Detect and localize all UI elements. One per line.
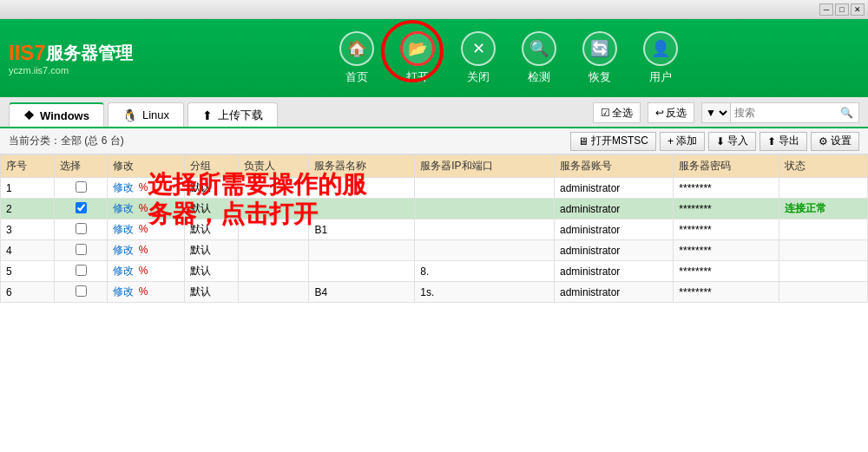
table-container: 选择所需要操作的服 务器，点击打开 序号 选择 修改 分组 负责人 服务器名称 …: [0, 154, 868, 452]
del-link[interactable]: %: [139, 265, 148, 277]
cell-edit[interactable]: 修改 %: [108, 178, 184, 199]
row-checkbox-5[interactable]: [76, 265, 87, 276]
edit-link[interactable]: 修改: [113, 244, 134, 256]
cell-group: 默认: [184, 178, 238, 199]
cell-edit[interactable]: 修改 %: [108, 240, 184, 261]
minimize-button[interactable]: ─: [819, 3, 833, 16]
table-header-row: 序号 选择 修改 分组 负责人 服务器名称 服务器IP和端口 服务器账号 服务器…: [1, 155, 868, 178]
nav-home[interactable]: 🏠 首页: [331, 27, 383, 89]
col-password: 服务器密码: [674, 155, 779, 178]
table-row: 6 修改 % 默认 B4 1s. administrator ********: [1, 282, 868, 303]
settings-button[interactable]: ⚙ 设置: [811, 132, 859, 151]
cell-name: [309, 178, 415, 199]
edit-link[interactable]: 修改: [113, 202, 134, 214]
cell-id: 2: [1, 199, 55, 219]
cell-password: ********: [674, 199, 779, 219]
search-icon[interactable]: 🔍: [835, 107, 858, 119]
row-checkbox-6[interactable]: [76, 285, 87, 297]
cell-checkbox[interactable]: [54, 261, 108, 282]
cell-edit[interactable]: 修改 %: [108, 282, 184, 303]
header: IIS7 服务器管理 yczm.iis7.com 🏠 首页 📂 打开 ✕ 关闭 …: [0, 19, 868, 97]
nav-user[interactable]: 👤 用户: [635, 27, 687, 89]
nav-open-label: 打开: [406, 69, 429, 85]
row-checkbox-4[interactable]: [76, 244, 87, 255]
window-controls[interactable]: ─ □ ✕: [819, 3, 865, 16]
del-link[interactable]: %: [139, 181, 148, 193]
restore-icon: 🔄: [582, 31, 617, 66]
cell-checkbox[interactable]: [54, 178, 108, 199]
cell-name: B4: [309, 282, 415, 303]
row-checkbox-1[interactable]: [76, 181, 87, 193]
maximize-button[interactable]: □: [835, 3, 849, 16]
settings-label: 设置: [831, 134, 852, 148]
cell-edit[interactable]: 修改 %: [108, 261, 184, 282]
export-icon: ⬆: [767, 135, 776, 147]
cell-checkbox[interactable]: [54, 219, 108, 240]
cell-edit[interactable]: 修改 %: [108, 199, 184, 219]
select-all-button[interactable]: ☑ 全选: [593, 102, 641, 123]
search-category-select[interactable]: ▼: [702, 103, 731, 122]
cell-name: [309, 261, 415, 282]
del-link[interactable]: %: [139, 244, 148, 256]
logo-title: IIS7 服务器管理: [9, 41, 133, 65]
tab-windows[interactable]: ❖ Windows: [9, 102, 104, 127]
col-person: 负责人: [238, 155, 309, 178]
cell-id: 6: [1, 282, 55, 303]
invert-select-button[interactable]: ↩ 反选: [648, 102, 694, 123]
select-all-icon: ☑: [601, 107, 610, 119]
cell-password: ********: [674, 261, 779, 282]
tab-bar: ❖ Windows 🐧 Linux ⬆ 上传下载 ☑ 全选 ↩ 反选 ▼ 🔍: [0, 97, 868, 128]
cell-checkbox[interactable]: [54, 199, 108, 219]
cell-name: B1: [309, 219, 415, 240]
tab-upload[interactable]: ⬆ 上传下载: [187, 102, 278, 127]
del-link[interactable]: %: [139, 223, 148, 235]
del-link[interactable]: %: [139, 202, 148, 214]
table-row: 1 修改 % 默认 administrator ********: [1, 178, 868, 199]
col-ip: 服务器IP和端口: [415, 155, 555, 178]
cell-account: administrator: [554, 178, 673, 199]
cell-person: [238, 261, 309, 282]
export-button[interactable]: ⬆ 导出: [760, 132, 807, 151]
cell-edit[interactable]: 修改 %: [108, 219, 184, 240]
edit-link[interactable]: 修改: [113, 265, 134, 277]
nav-detect-label: 检测: [528, 69, 550, 85]
cell-ip: [415, 199, 555, 219]
nav-detect[interactable]: 🔍 检测: [513, 27, 565, 89]
tab-right-controls: ☑ 全选 ↩ 反选 ▼ 🔍: [593, 102, 859, 127]
open-mstsc-button[interactable]: 🖥 打开MSTSC: [570, 132, 656, 151]
cell-id: 4: [1, 240, 55, 261]
cell-password: ********: [674, 178, 779, 199]
row-checkbox-3[interactable]: [76, 223, 87, 234]
cell-group: 默认: [184, 199, 238, 219]
add-button[interactable]: + 添加: [660, 132, 705, 151]
cell-person: [238, 240, 309, 261]
export-label: 导出: [779, 134, 799, 148]
cell-name: [309, 199, 415, 219]
open-icon: 📂: [400, 31, 435, 66]
nav-close[interactable]: ✕ 关闭: [452, 27, 504, 89]
cell-checkbox[interactable]: [54, 240, 108, 261]
cell-checkbox[interactable]: [54, 282, 108, 303]
tab-linux[interactable]: 🐧 Linux: [108, 102, 184, 127]
cell-name: [309, 240, 415, 261]
search-input[interactable]: [731, 103, 835, 122]
cell-id: 5: [1, 261, 55, 282]
nav-open[interactable]: 📂 打开: [391, 27, 444, 89]
close-button[interactable]: ✕: [851, 3, 865, 16]
add-label: 添加: [676, 134, 697, 148]
import-button[interactable]: ⬇ 导入: [708, 132, 756, 151]
cell-password: ********: [674, 240, 779, 261]
del-link[interactable]: %: [139, 285, 148, 298]
logo-app-name: 服务器管理: [46, 42, 133, 65]
home-icon: 🏠: [339, 31, 374, 66]
edit-link[interactable]: 修改: [113, 223, 134, 235]
nav-restore[interactable]: 🔄 恢复: [574, 27, 626, 89]
nav-home-label: 首页: [345, 69, 368, 85]
cell-status: 连接正常: [779, 199, 868, 219]
search-box[interactable]: ▼ 🔍: [701, 102, 859, 123]
edit-link[interactable]: 修改: [113, 285, 134, 298]
edit-link[interactable]: 修改: [113, 181, 134, 193]
cell-group: 默认: [184, 240, 238, 261]
cell-id: 3: [1, 219, 55, 240]
row-checkbox-2[interactable]: [76, 202, 87, 213]
